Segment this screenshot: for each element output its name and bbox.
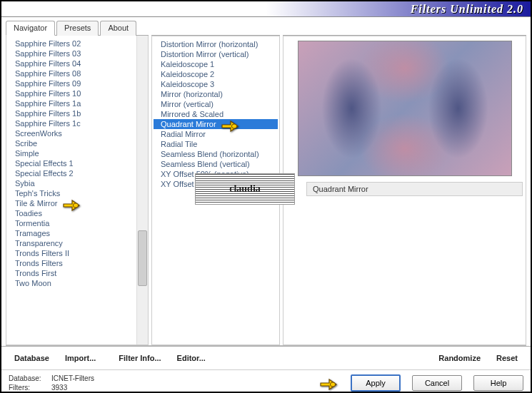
editor-button[interactable]: Editor...	[170, 351, 213, 365]
filter-item[interactable]: Mirror (horizontal)	[154, 89, 278, 99]
right-column: claudia Quadrant Mirror	[283, 20, 526, 345]
category-item[interactable]: Two Moon	[8, 278, 135, 288]
category-item[interactable]: Sapphire Filters 1c	[8, 118, 135, 128]
filter-info-button[interactable]: Filter Info...	[111, 351, 168, 365]
reset-button[interactable]: Reset	[489, 351, 525, 365]
tab-navigator[interactable]: Navigator	[6, 21, 55, 36]
category-item[interactable]: Tile & Mirror	[8, 198, 135, 208]
filter-item[interactable]: Mirrored & Scaled	[154, 109, 278, 119]
watermark-claudia: claudia	[195, 173, 295, 205]
help-button[interactable]: Help	[473, 375, 523, 391]
category-item[interactable]: Special Effects 2	[8, 168, 135, 178]
import-button[interactable]: Import...	[58, 351, 103, 365]
parameters-area	[286, 199, 523, 342]
filter-item[interactable]: Kaleidoscope 3	[154, 79, 278, 89]
preview-image	[298, 41, 512, 176]
filter-item[interactable]: Distortion Mirror (horizontal)	[154, 39, 278, 49]
filters-count-value: 3933	[51, 384, 67, 392]
filter-item[interactable]: Seamless Blend (vertical)	[154, 159, 278, 169]
filter-item[interactable]: Kaleidoscope 1	[154, 59, 278, 69]
apply-button[interactable]: Apply	[351, 374, 401, 392]
category-item[interactable]: Sapphire Filters 1b	[8, 108, 135, 118]
category-item[interactable]: Sapphire Filters 03	[8, 49, 135, 58]
filter-item[interactable]: Mirror (vertical)	[154, 99, 278, 109]
scrollbar-thumb[interactable]	[138, 230, 147, 286]
category-item[interactable]: Sapphire Filters 09	[8, 78, 135, 88]
tab-strip: Navigator Presets About	[6, 20, 149, 36]
db-label: Database:	[9, 374, 47, 382]
database-button[interactable]: Database	[7, 351, 56, 365]
category-item[interactable]: Special Effects 1	[8, 158, 135, 168]
category-item[interactable]: Tronds Filters II	[8, 248, 135, 258]
category-item[interactable]: Toadies	[8, 208, 135, 218]
status-info: Database: ICNET-Filters Filters: 3933	[9, 374, 94, 392]
toolbar-row: Database Import... Filter Info... Editor…	[1, 346, 531, 369]
category-item[interactable]: Sybia	[8, 178, 135, 188]
category-list-container: Sapphire Filters 02Sapphire Filters 03Sa…	[6, 36, 149, 345]
tabs-spacer-right	[283, 20, 526, 36]
category-item[interactable]: Sapphire Filters 08	[8, 68, 135, 78]
randomize-button[interactable]: Randomize	[431, 351, 488, 365]
footer: Database: ICNET-Filters Filters: 3933 Ap…	[1, 369, 531, 393]
filter-label-row: claudia Quadrant Mirror	[286, 179, 523, 196]
title-bar: Filters Unlimited 2.0	[1, 1, 531, 17]
tab-about[interactable]: About	[100, 21, 136, 36]
category-scrollbar[interactable]	[136, 36, 148, 344]
filter-item[interactable]: Quadrant Mirror	[154, 119, 278, 129]
selected-filter-name: Quadrant Mirror	[306, 182, 523, 196]
filters-count-label: Filters:	[9, 384, 47, 392]
app-title: Filters Unlimited 2.0	[411, 3, 523, 16]
filter-item[interactable]: Kaleidoscope 2	[154, 69, 278, 79]
filter-item[interactable]: Distortion Mirror (vertical)	[154, 49, 278, 59]
category-item[interactable]: Simple	[8, 148, 135, 158]
category-item[interactable]: ScreenWorks	[8, 128, 135, 138]
category-item[interactable]: Transparency	[8, 238, 135, 248]
filter-item[interactable]: Radial Tile	[154, 139, 278, 149]
main-area: Navigator Presets About Sapphire Filters…	[1, 17, 531, 345]
cancel-button[interactable]: Cancel	[412, 375, 462, 391]
filter-item[interactable]: Seamless Blend (horizontal)	[154, 149, 278, 159]
tab-presets[interactable]: Presets	[56, 21, 99, 36]
tabs-spacer	[151, 20, 280, 36]
category-item[interactable]: Scribe	[8, 138, 135, 148]
right-pane: claudia Quadrant Mirror	[283, 36, 526, 345]
category-item[interactable]: Sapphire Filters 02	[8, 39, 135, 49]
category-item[interactable]: Tronds First	[8, 268, 135, 278]
category-item[interactable]: Tormentia	[8, 218, 135, 228]
svg-point-0	[73, 203, 78, 208]
pointer-icon	[319, 376, 339, 390]
filter-item[interactable]: Radial Mirror	[154, 129, 278, 139]
category-item[interactable]: Sapphire Filters 1a	[8, 98, 135, 108]
category-item[interactable]: Sapphire Filters 04	[8, 58, 135, 68]
category-item[interactable]: Teph's Tricks	[8, 188, 135, 198]
category-list[interactable]: Sapphire Filters 02Sapphire Filters 03Sa…	[6, 36, 136, 344]
category-item[interactable]: Tronds Filters	[8, 258, 135, 268]
svg-point-1	[231, 124, 236, 128]
left-column: Navigator Presets About Sapphire Filters…	[6, 20, 149, 345]
category-item[interactable]: Sapphire Filters 10	[8, 88, 135, 98]
svg-point-2	[330, 382, 335, 387]
category-item[interactable]: Tramages	[8, 228, 135, 238]
db-value: ICNET-Filters	[51, 374, 94, 382]
